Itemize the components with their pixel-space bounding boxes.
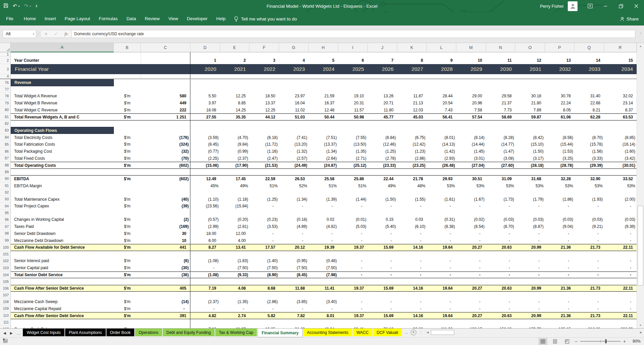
cell-unit[interactable]: $'m <box>114 272 141 279</box>
cell-value[interactable]: - <box>574 272 604 279</box>
cell-value[interactable]: 23.14 <box>604 100 637 107</box>
cell-value[interactable]: 53% <box>486 182 515 189</box>
cell-value[interactable] <box>279 79 309 86</box>
cell-value[interactable]: (0.77) <box>190 148 220 155</box>
horizontal-scroll-thumb[interactable] <box>431 330 454 335</box>
cell-value[interactable]: 11.02 <box>279 107 309 114</box>
cell-value[interactable] <box>604 74 637 79</box>
cell-value[interactable]: (3.40) <box>309 298 338 305</box>
sheet-nav-right-icon[interactable]: ▶ <box>10 331 13 335</box>
cell-unit[interactable] <box>114 52 141 57</box>
row-header-96[interactable]: 96 <box>0 216 11 223</box>
cell-value[interactable] <box>574 120 604 127</box>
cell-value[interactable]: 7.82 <box>279 312 309 319</box>
cell-value[interactable]: 63.53 <box>604 113 637 120</box>
cell-value[interactable]: 20.12 <box>279 244 309 251</box>
cell-value[interactable]: (2.93) <box>427 155 456 162</box>
cell-value[interactable]: 19.64 <box>427 312 456 319</box>
cell-value[interactable]: 51% <box>309 182 338 189</box>
cell-value[interactable] <box>368 292 397 298</box>
cell-value[interactable]: - <box>456 203 486 210</box>
row-header-90[interactable]: 90 <box>0 175 11 182</box>
cell-row-total[interactable]: (324) <box>141 141 190 148</box>
cell-label[interactable] <box>11 278 114 285</box>
cell-unit[interactable]: $'m <box>114 162 141 169</box>
cell-value[interactable] <box>338 319 368 326</box>
cell-unit[interactable]: $'m <box>114 264 141 272</box>
cell-value[interactable]: 7 <box>368 57 397 64</box>
cell-value[interactable]: (9.33) <box>220 272 249 279</box>
cell-value[interactable]: 2021 <box>220 64 249 74</box>
cell-value[interactable]: 21.80 <box>515 100 545 107</box>
row-header-94[interactable]: 94 <box>0 203 11 210</box>
cell-value[interactable]: 23.97 <box>279 93 309 100</box>
cell-value[interactable] <box>574 169 604 175</box>
ribbon-tab-home[interactable]: Home <box>19 12 40 26</box>
cell-value[interactable]: 31.40 <box>574 93 604 100</box>
cell-value[interactable]: 8.27 <box>190 244 220 251</box>
cell-value[interactable] <box>545 52 574 57</box>
cell-value[interactable]: (13.37) <box>309 141 338 148</box>
cell-value[interactable] <box>220 52 249 57</box>
cell-value[interactable]: 19.10 <box>338 93 368 100</box>
cell-value[interactable] <box>309 52 338 57</box>
cell-value[interactable]: - <box>338 230 368 237</box>
cell-value[interactable] <box>486 52 515 57</box>
cell-value[interactable] <box>604 127 637 134</box>
cell-value[interactable]: (0.03) <box>574 216 604 223</box>
cell-value[interactable]: (1.50) <box>515 148 545 155</box>
cell-value[interactable] <box>220 127 249 134</box>
cell-label[interactable] <box>11 169 114 175</box>
cell-value[interactable]: 152.80 <box>486 326 515 328</box>
cell-value[interactable] <box>486 86 515 93</box>
cell-value[interactable] <box>397 74 427 79</box>
cell-value[interactable] <box>338 169 368 175</box>
cell-unit[interactable] <box>114 278 141 285</box>
cell-unit[interactable]: $'m <box>114 237 141 244</box>
cell-value[interactable]: - <box>220 305 249 312</box>
cell-value[interactable] <box>249 278 279 285</box>
cell-value[interactable]: 57.54 <box>456 113 486 120</box>
sheet-tab-plant-assumptions[interactable]: Plant Assumptions <box>65 329 106 336</box>
cell-value[interactable]: (8.85) <box>604 134 637 141</box>
cell-value[interactable] <box>249 127 279 134</box>
cell-value[interactable] <box>309 319 338 326</box>
cell-value[interactable]: - <box>309 237 338 244</box>
row-header-112[interactable]: 112 <box>0 326 11 328</box>
cell-label[interactable]: Taxes Paid <box>11 223 114 230</box>
cell-value[interactable]: 17.45 <box>220 175 249 182</box>
zoom-slider[interactable] <box>580 341 620 342</box>
cell-row-total[interactable]: 580 <box>141 93 190 100</box>
hscroll-left-icon[interactable]: ◀ <box>425 331 431 334</box>
column-header-L[interactable]: L <box>427 43 456 52</box>
cell-value[interactable]: (1.56) <box>574 148 604 155</box>
cell-value[interactable]: 5.50 <box>190 93 220 100</box>
cell-value[interactable]: - <box>279 203 309 210</box>
cell-value[interactable] <box>604 278 637 285</box>
cell-value[interactable] <box>309 74 338 79</box>
cell-value[interactable]: (1.34) <box>279 196 309 203</box>
cell-value[interactable]: 20.27 <box>456 285 486 292</box>
cell-unit[interactable] <box>114 79 141 86</box>
cell-label[interactable] <box>11 251 114 257</box>
sheet-tab-accounting-statements[interactable]: Accounting Statements <box>303 329 352 336</box>
cell-value[interactable]: (8.01) <box>427 134 456 141</box>
cell-value[interactable] <box>486 319 515 326</box>
cell-value[interactable] <box>456 74 486 79</box>
cell-value[interactable]: 2033 <box>574 64 604 74</box>
row-header-107[interactable]: 107 <box>0 292 11 298</box>
cell-value[interactable] <box>338 127 368 134</box>
close-button[interactable] <box>629 0 644 12</box>
cell-row-total[interactable]: (14) <box>141 298 190 305</box>
cell-value[interactable]: 2029 <box>456 64 486 74</box>
cell-value[interactable] <box>515 79 545 86</box>
cell-value[interactable]: - <box>486 305 515 312</box>
row-header-1[interactable]: 1 <box>0 52 11 57</box>
cell-value[interactable] <box>279 74 309 79</box>
cell-value[interactable]: - <box>427 237 456 244</box>
cell-value[interactable]: - <box>368 237 397 244</box>
cell-value[interactable]: 13.41 <box>220 244 249 251</box>
zoom-slider-thumb[interactable] <box>605 339 607 343</box>
cell-value[interactable] <box>456 52 486 57</box>
cell-value[interactable]: 2020 <box>190 64 220 74</box>
